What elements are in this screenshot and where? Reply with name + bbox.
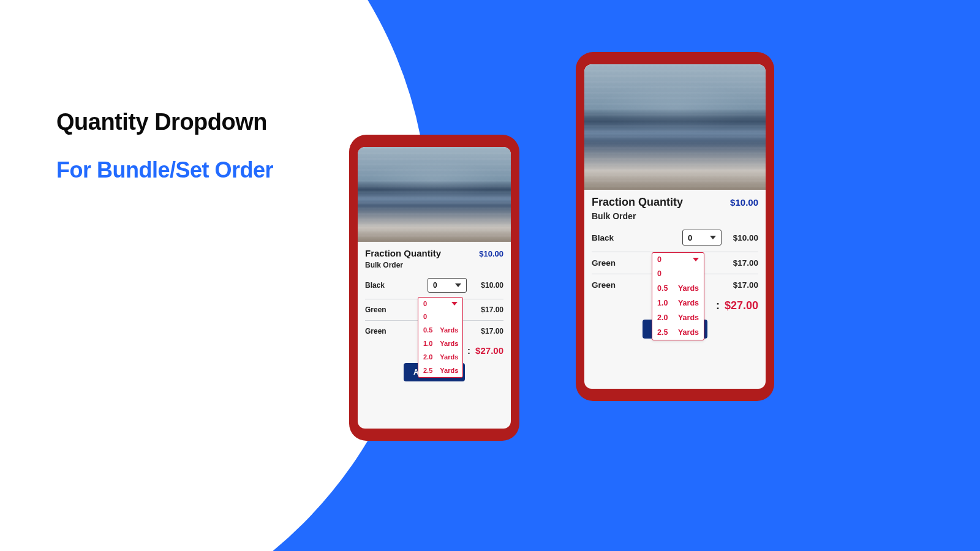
chevron-down-icon <box>710 236 716 239</box>
variant-amount: $17.00 <box>473 327 503 335</box>
dropdown-header-value: 0 <box>423 300 427 307</box>
variant-amount: $10.00 <box>473 281 503 290</box>
variant-label: Black <box>592 233 676 242</box>
option-unit: Yards <box>678 299 699 307</box>
option-value: 2.0 <box>423 353 432 361</box>
variant-amount: $17.00 <box>728 258 758 268</box>
product-title: Fraction Quantity <box>592 196 683 209</box>
dropdown-option[interactable]: 0 <box>652 266 704 281</box>
option-value: 2.5 <box>423 367 432 374</box>
dropdown-option[interactable]: 2.5Yards <box>652 325 704 340</box>
variant-row: Black 0 $10.00 <box>592 227 758 252</box>
quantity-select[interactable]: 0 <box>682 230 722 246</box>
product-image <box>584 64 766 190</box>
option-unit: Yards <box>678 313 699 322</box>
option-value: 1.0 <box>657 299 668 307</box>
chevron-down-icon <box>693 258 699 261</box>
option-value: 0.5 <box>423 326 432 334</box>
option-value: 0 <box>657 269 662 278</box>
dropdown-option[interactable]: 2.5Yards <box>418 364 462 377</box>
phone-mock-1: Fraction Quantity $10.00 Bulk Order Blac… <box>349 135 519 441</box>
option-unit: Yards <box>440 326 458 334</box>
dropdown-option[interactable]: 0 <box>418 310 462 323</box>
dropdown-header[interactable]: 0 <box>652 253 704 266</box>
variant-amount: $17.00 <box>728 280 758 290</box>
option-value: 0 <box>423 313 427 320</box>
chevron-down-icon <box>451 302 458 305</box>
phone-mock-2: Fraction Quantity $10.00 Bulk Order Blac… <box>576 52 774 401</box>
total-separator: : <box>467 345 470 356</box>
option-unit: Yards <box>678 328 699 337</box>
option-unit: Yards <box>678 284 699 293</box>
headline-title: Quantity Dropdown <box>56 109 273 135</box>
dropdown-option[interactable]: 2.0Yards <box>652 310 704 325</box>
product-panel: Fraction Quantity $10.00 Bulk Order Blac… <box>584 190 766 389</box>
option-unit: Yards <box>440 367 458 374</box>
product-price: $10.00 <box>730 197 758 208</box>
quantity-dropdown-open[interactable]: 0 0 0.5Yards 1.0Yards 2.0Yards 2.5Yards <box>418 297 463 378</box>
quantity-select[interactable]: 0 <box>428 278 467 293</box>
total-amount: $27.00 <box>475 345 503 356</box>
quantity-value: 0 <box>433 281 437 290</box>
title-row: Fraction Quantity $10.00 <box>592 196 758 209</box>
product-image <box>358 147 511 242</box>
headline-subtitle: For Bundle/Set Order <box>56 157 273 183</box>
product-panel: Fraction Quantity $10.00 Bulk Order Blac… <box>358 242 511 429</box>
dropdown-option[interactable]: 0.5Yards <box>652 281 704 296</box>
dropdown-header[interactable]: 0 <box>418 298 462 310</box>
product-price: $10.00 <box>479 249 503 258</box>
dropdown-option[interactable]: 1.0Yards <box>418 337 462 350</box>
product-subtitle: Bulk Order <box>365 261 503 269</box>
option-value: 2.0 <box>657 313 668 322</box>
variant-amount: $17.00 <box>473 305 503 314</box>
variant-label: Black <box>365 281 421 290</box>
product-title: Fraction Quantity <box>365 248 441 258</box>
variant-amount: $10.00 <box>728 233 758 242</box>
product-subtitle: Bulk Order <box>592 211 758 221</box>
dropdown-option[interactable]: 1.0Yards <box>652 296 704 310</box>
headline-block: Quantity Dropdown For Bundle/Set Order <box>56 109 273 183</box>
option-unit: Yards <box>440 340 458 347</box>
quantity-dropdown-open[interactable]: 0 0 0.5Yards 1.0Yards 2.0Yards 2.5Yards <box>652 252 704 340</box>
option-unit: Yards <box>440 353 458 361</box>
total-amount: $27.00 <box>725 299 758 312</box>
option-value: 1.0 <box>423 340 432 347</box>
dropdown-header-value: 0 <box>657 255 662 264</box>
option-value: 2.5 <box>657 328 668 337</box>
chevron-down-icon <box>455 283 461 287</box>
variant-row: Black 0 $10.00 <box>365 276 503 299</box>
phone-screen: Fraction Quantity $10.00 Bulk Order Blac… <box>584 64 766 389</box>
title-row: Fraction Quantity $10.00 <box>365 248 503 258</box>
dropdown-option[interactable]: 0.5Yards <box>418 323 462 337</box>
option-value: 0.5 <box>657 284 668 293</box>
quantity-value: 0 <box>688 233 692 242</box>
phone-screen: Fraction Quantity $10.00 Bulk Order Blac… <box>358 147 511 429</box>
total-separator: : <box>716 299 720 312</box>
promo-stage: Quantity Dropdown For Bundle/Set Order F… <box>0 0 980 551</box>
dropdown-option[interactable]: 2.0Yards <box>418 350 462 364</box>
